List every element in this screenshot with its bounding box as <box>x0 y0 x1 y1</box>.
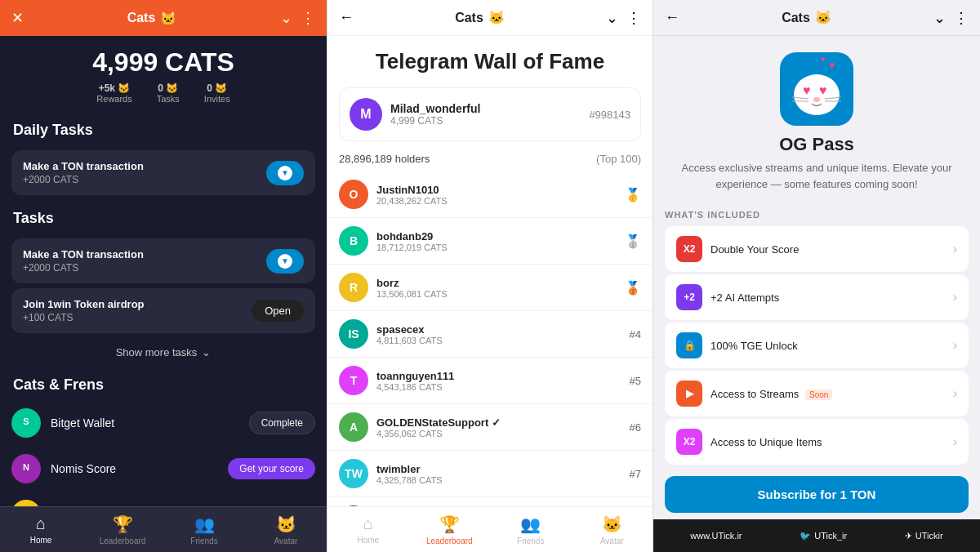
svg-text:N: N <box>23 462 29 472</box>
cat-illustration: ♥ ♥ ♥ ♥ <box>780 52 853 126</box>
back-icon-p3[interactable]: ← <box>665 9 679 26</box>
p2-nav-friends-label: Friends <box>517 536 544 545</box>
fren-bitget-avatar: S <box>11 408 41 438</box>
more-icon-p2[interactable]: ⋮ <box>626 9 641 27</box>
close-icon[interactable]: ✕ <box>11 9 24 27</box>
p2-friends-icon: 👥 <box>520 514 541 534</box>
svg-text:S: S <box>23 416 29 426</box>
wall-of-fame-title: Telegram Wall of Fame <box>327 36 653 82</box>
lb-item-5: T toannguyen111 4,543,186 CATS #5 <box>327 358 653 404</box>
daily-task-reward: +2000 CATS <box>23 174 144 185</box>
feature-streams-icon: ▶ <box>676 381 702 407</box>
feature-unique-items-chevron: › <box>953 434 957 449</box>
telegram-label: UTickir <box>915 531 943 541</box>
whats-included-header: WHAT'S INCLUDED <box>653 200 980 225</box>
p2-scroll-area: Telegram Wall of Fame M Milad_wonderful … <box>327 36 653 506</box>
lb-item-3: R borz 13,506,081 CATS 🥉 <box>327 265 653 311</box>
p2-topbar-icons: ⌄ ⋮ <box>606 9 641 27</box>
p2-nav-avatar[interactable]: 🐱 Avatar <box>572 507 653 552</box>
chevron-down-icon-p3[interactable]: ⌄ <box>933 9 946 27</box>
feature-unique-items-label: Access to Unique Items <box>710 436 945 448</box>
fren-bitget-complete-button[interactable]: Complete <box>249 412 315 434</box>
footer-telegram: ✈ UTickir <box>905 531 943 541</box>
stat-tasks-value: 0 🐱 <box>157 82 180 94</box>
feature-unique-items[interactable]: X2 Access to Unique Items › <box>665 419 969 465</box>
task-1win-open-button[interactable]: Open <box>252 300 304 322</box>
more-icon-p3[interactable]: ⋮ <box>954 9 969 27</box>
chevron-down-icon-p2[interactable]: ⌄ <box>606 9 618 27</box>
nav-leaderboard-label: Leaderboard <box>100 536 146 545</box>
lb-rank-6: #6 <box>630 421 641 434</box>
lb-rank-5: #5 <box>630 375 641 387</box>
lb-item-2: B bohdanb29 18,712,019 CATS 🥈 <box>327 218 653 265</box>
nav-avatar[interactable]: 🐱 Avatar <box>245 507 327 552</box>
p2-topbar: ← Cats 🐱 ⌄ ⋮ <box>327 0 653 36</box>
og-pass-title: OG Pass <box>779 134 854 155</box>
task-ton-button[interactable]: ▼ <box>266 249 304 274</box>
soon-badge: Soon <box>805 390 832 400</box>
lb-avatar-7: TW <box>339 459 368 488</box>
top100-label: (Top 100) <box>596 153 641 165</box>
show-more-tasks[interactable]: Show more tasks ⌄ <box>0 338 327 367</box>
p2-nav-friends[interactable]: 👥 Friends <box>490 507 572 552</box>
feature-double-score[interactable]: X2 Double Your Score › <box>665 226 969 272</box>
fren-nomis-score-button[interactable]: Get your score <box>228 458 315 479</box>
lb-name-3: borz <box>376 277 448 289</box>
feature-ai-attempts[interactable]: +2 +2 AI Attempts › <box>665 274 969 320</box>
p3-topbar-icons: ⌄ ⋮ <box>933 9 969 27</box>
lb-avatar-1: O <box>339 180 368 209</box>
cats-frens-header: Cats & Frens <box>0 367 327 400</box>
lb-item-6: A GOLDENStateSupport ✓ 4,356,062 CATS #6 <box>327 404 653 451</box>
nav-home[interactable]: ⌂ Home <box>0 507 82 552</box>
friends-icon: 👥 <box>194 514 215 534</box>
avatar-icon-nav: 🐱 <box>276 514 296 534</box>
p2-nav-leaderboard[interactable]: 🏆 Leaderboard <box>409 507 491 552</box>
lb-name-2: bohdanb29 <box>376 230 448 243</box>
nav-leaderboard[interactable]: 🏆 Leaderboard <box>82 507 163 552</box>
feature-double-score-icon: X2 <box>676 236 702 262</box>
lb-medal-1: 🥇 <box>625 187 641 203</box>
p3-title: Cats 🐱 <box>782 10 831 25</box>
lb-item-4: IS spasecex 4,811,603 CATS #4 <box>327 311 653 358</box>
p2-nav-avatar-label: Avatar <box>600 536 624 545</box>
lb-avatar-2: B <box>339 226 368 256</box>
subscribe-button[interactable]: Subscribe for 1 TON <box>665 476 969 513</box>
lb-medal-3: 🥉 <box>625 280 641 296</box>
lb-cats-3: 13,506,081 CATS <box>376 289 448 299</box>
p1-topbar-icons: ⌄ ⋮ <box>280 9 315 27</box>
p1-topbar: ✕ Cats 🐱 ⌄ ⋮ <box>0 0 327 36</box>
daily-task-ton-button[interactable]: ▼ <box>266 161 304 185</box>
feature-tge-unlock[interactable]: 🔒 100% TGE Unlock › <box>665 323 969 368</box>
lb-cats-6: 4,356,062 CATS <box>376 429 501 438</box>
current-user-rank: #998143 <box>589 109 630 121</box>
lb-item-8: MS mmpro_support1 3,607,745 CATS #8 <box>327 497 653 506</box>
chevron-down-icon-tasks: ⌄ <box>202 346 211 358</box>
stat-tasks: 0 🐱 Tasks <box>157 82 180 104</box>
lb-cats-4: 4,811,603 CATS <box>376 336 443 345</box>
tasks-header: Tasks <box>0 200 327 234</box>
svg-text:♥: ♥ <box>821 55 826 64</box>
p2-bottom-nav: ⌂ Home 🏆 Leaderboard 👥 Friends 🐱 Avatar <box>327 506 653 552</box>
lb-name-6: GOLDENStateSupport ✓ <box>376 416 501 429</box>
more-icon-p1[interactable]: ⋮ <box>301 9 315 27</box>
chevron-down-icon-p1[interactable]: ⌄ <box>280 9 292 27</box>
feature-tge-unlock-label: 100% TGE Unlock <box>710 340 945 352</box>
p2-nav-home[interactable]: ⌂ Home <box>327 507 409 552</box>
twitter-label: UTick_ir <box>814 531 847 541</box>
p2-home-icon: ⌂ <box>363 514 373 533</box>
nav-friends[interactable]: 👥 Friends <box>163 507 245 552</box>
lb-cats-2: 18,712,019 CATS <box>376 243 448 252</box>
feature-ai-attempts-label: +2 AI Attempts <box>710 292 945 304</box>
feature-ai-attempts-icon: +2 <box>676 284 702 310</box>
feature-streams[interactable]: ▶ Access to Streams Soon › <box>665 371 969 416</box>
lb-avatar-3: R <box>339 273 368 302</box>
nav-avatar-label: Avatar <box>274 536 298 545</box>
fren-nomis: N Nomis Score Get your score <box>0 446 327 492</box>
feature-tge-unlock-icon: 🔒 <box>676 332 702 358</box>
fren-telegram-premium: ⭐ Telegram Premium +300 CATS <box>0 492 327 506</box>
feature-double-score-chevron: › <box>953 242 957 256</box>
og-pass-desc: Access exclusive streams and unique item… <box>665 160 969 192</box>
back-icon-p2[interactable]: ← <box>339 9 354 26</box>
leaderboard-list: O JustinN1010 20,438,262 CATS 🥇 B bohdan… <box>327 171 653 506</box>
ton-icon-2: ▼ <box>278 254 292 269</box>
